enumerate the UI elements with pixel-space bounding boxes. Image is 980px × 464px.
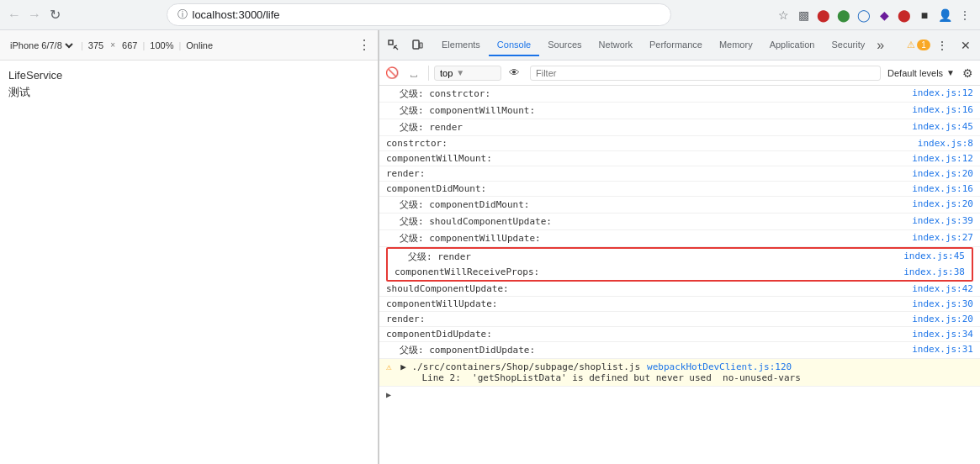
line-link[interactable]: index.js:20: [905, 168, 973, 179]
console-line: 父级: componentDidUpdate: index.js:31: [379, 342, 980, 359]
browser-top-bar: ← → ↻ ⓘ localhost:3000/life ☆ ▩ ⬤ ⬤ ◯ ◆ …: [0, 0, 980, 30]
filter-input[interactable]: [536, 68, 875, 78]
levels-dropdown-icon: ▼: [946, 68, 955, 77]
console-toolbar: 🚫 ⎵ top ▼ 👁 Default levels ▼ ⚙: [379, 61, 980, 86]
warning-detail-text: Line 2: 'getShopListData' is defined but…: [400, 372, 801, 383]
console-line: 父级: componentDidMount: index.js:20: [379, 197, 980, 214]
line-text: 父级: render: [395, 250, 897, 263]
inspect-element-button[interactable]: [383, 34, 405, 56]
device-toolbar: iPhone 6/7/8 | 375 × 667 | 100% | Online…: [0, 30, 378, 61]
tab-sources[interactable]: Sources: [539, 34, 590, 56]
line-link[interactable]: index.js:20: [905, 314, 973, 324]
line-link[interactable]: index.js:42: [905, 283, 973, 294]
test-label: 测试: [8, 85, 369, 100]
account-icon[interactable]: 👤: [936, 7, 953, 24]
tab-console[interactable]: Console: [489, 34, 539, 56]
width-value: 375: [88, 40, 103, 50]
line-text: 父级: shouldComponentUpdate:: [386, 215, 905, 228]
context-value: top: [440, 68, 453, 78]
line-link[interactable]: index.js:27: [905, 232, 973, 243]
toolbar-sep1: |: [81, 40, 83, 50]
devtools-more-button[interactable]: ⋮: [931, 34, 953, 56]
tab-elements[interactable]: Elements: [433, 34, 489, 56]
console-line: 父级: constrctor: index.js:12: [379, 86, 980, 103]
warning-console-line: ⚠ ▶ ./src/containers/Shop/subpage/shopli…: [379, 359, 980, 387]
warning-count: 1: [917, 40, 930, 50]
line-text: constrctor:: [386, 138, 911, 149]
forward-button[interactable]: →: [27, 8, 42, 23]
tab-performance[interactable]: Performance: [641, 34, 711, 56]
console-line: 父级: shouldComponentUpdate: index.js:39: [379, 214, 980, 230]
tab-memory[interactable]: Memory: [711, 34, 761, 56]
line-text: componentWillReceiveProps:: [395, 266, 897, 277]
line-link[interactable]: index.js:30: [905, 298, 973, 309]
nav-icons: ← → ↻: [7, 8, 62, 23]
zoom-select[interactable]: 100%: [150, 40, 173, 50]
extension-icon6[interactable]: ■: [916, 7, 933, 24]
console-line: componentWillUpdate: index.js:30: [379, 297, 980, 312]
line-link[interactable]: index.js:16: [905, 104, 973, 115]
devtools-right-icons: ⚠ 1 ⋮ ✕: [908, 34, 977, 56]
levels-label: Default levels: [887, 68, 943, 78]
eye-icon[interactable]: 👁: [505, 64, 523, 82]
mobile-preview: iPhone 6/7/8 | 375 × 667 | 100% | Online…: [0, 30, 379, 464]
line-link[interactable]: index.js:45: [905, 121, 973, 132]
warning-main-text: ▶ ./src/containers/Shop/subpage/shoplist…: [395, 361, 640, 372]
tab-network[interactable]: Network: [591, 34, 641, 56]
filter-area[interactable]: [530, 66, 881, 81]
browser-actions: ☆ ▩ ⬤ ⬤ ◯ ◆ ⬤ ■ 👤 ⋮: [775, 7, 973, 24]
tab-application[interactable]: Application: [761, 34, 824, 56]
mobile-screen: LifeService 测试: [0, 61, 378, 464]
extension-icon4[interactable]: ◆: [876, 7, 893, 24]
svg-rect-0: [389, 40, 393, 45]
line-text: shouldComponentUpdate:: [386, 283, 905, 294]
extension-icon5[interactable]: ⬤: [896, 7, 913, 24]
device-select[interactable]: iPhone 6/7/8: [7, 40, 76, 51]
reload-button[interactable]: ↻: [47, 8, 62, 23]
tabs-more-button[interactable]: »: [873, 38, 887, 53]
warning-link[interactable]: webpackHotDevClient.js:120: [640, 361, 792, 372]
extension-icon3[interactable]: ◯: [856, 7, 872, 24]
expand-arrow[interactable]: ▶: [379, 387, 980, 403]
line-link[interactable]: index.js:8: [911, 138, 973, 149]
extension-icon2[interactable]: ⬤: [835, 7, 852, 24]
line-link[interactable]: index.js:38: [897, 266, 965, 277]
url-text: localhost:3000/life: [193, 8, 660, 21]
console-settings-button[interactable]: ⚙: [958, 64, 977, 82]
devtools-panel: Elements Console Sources Network Perform…: [379, 30, 980, 464]
line-text: render:: [386, 168, 905, 179]
line-text: componentWillMount:: [386, 153, 905, 164]
clear-console-button[interactable]: 🚫: [383, 64, 401, 82]
line-link[interactable]: index.js:16: [905, 183, 973, 194]
more-options-button[interactable]: ⋮: [358, 37, 371, 53]
context-dropdown-icon: ▼: [456, 68, 464, 77]
line-link[interactable]: index.js:45: [897, 250, 965, 261]
cast-icon[interactable]: ▩: [795, 7, 812, 24]
tab-security[interactable]: Security: [823, 34, 873, 56]
line-text: 父级: constrctor:: [386, 87, 905, 100]
console-line: 父级: render index.js:45: [379, 119, 980, 136]
line-link[interactable]: index.js:12: [905, 153, 973, 164]
line-link[interactable]: index.js:12: [905, 87, 973, 98]
back-button[interactable]: ←: [7, 8, 22, 23]
context-select[interactable]: top ▼: [434, 66, 501, 81]
device-toggle-button[interactable]: [406, 34, 428, 56]
filter-toggle-button[interactable]: ⎵: [405, 64, 423, 82]
toolbar-sep3: |: [178, 40, 181, 50]
line-text: render:: [386, 314, 905, 324]
bookmark-icon[interactable]: ☆: [775, 7, 792, 24]
console-output[interactable]: 父级: constrctor: index.js:12 父级: componen…: [379, 86, 980, 464]
toolbar-sep2: |: [142, 40, 145, 50]
devtools-left-icons: [383, 34, 428, 56]
address-bar[interactable]: ⓘ localhost:3000/life: [167, 3, 671, 26]
line-link[interactable]: index.js:31: [905, 344, 973, 355]
menu-icon[interactable]: ⋮: [956, 7, 973, 24]
warning-badge-button[interactable]: ⚠ 1: [908, 34, 930, 56]
line-link[interactable]: index.js:20: [905, 198, 973, 209]
line-link[interactable]: index.js:39: [905, 215, 973, 226]
levels-select[interactable]: Default levels ▼: [887, 68, 955, 78]
line-link[interactable]: index.js:34: [905, 329, 973, 340]
extension-icon1[interactable]: ⬤: [815, 7, 832, 24]
close-devtools-button[interactable]: ✕: [955, 34, 977, 56]
network-select[interactable]: Online: [186, 40, 213, 50]
